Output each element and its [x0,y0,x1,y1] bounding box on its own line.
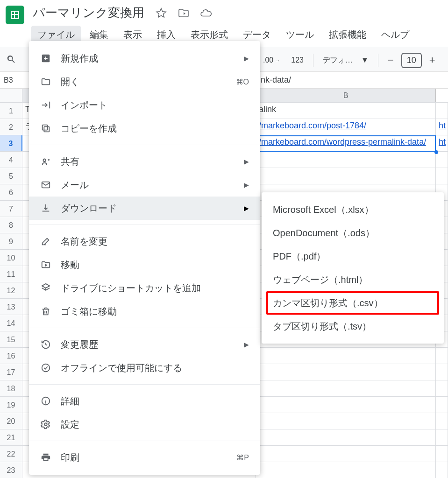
svg-rect-2 [43,125,48,130]
menu-item-label: ダウンロード [61,202,235,215]
row-header[interactable]: 17 [0,364,22,380]
row-header[interactable]: 14 [0,315,22,331]
row-header[interactable]: 13 [0,299,22,315]
row-header[interactable]: 12 [0,282,22,298]
cell-reference[interactable]: B3 [0,76,25,84]
cell[interactable] [436,364,448,380]
cell[interactable] [436,168,448,184]
row-header[interactable]: 3 [0,135,22,151]
svg-point-5 [42,364,50,372]
selection-handle[interactable] [434,150,438,154]
cell[interactable] [436,413,448,429]
fontsize-input[interactable]: 10 [401,53,422,68]
cell[interactable]: /markeboard.com/post-1784/ [256,119,436,135]
decimal-more-button[interactable]: .00→ [259,54,284,66]
cell[interactable] [256,462,436,478]
cell[interactable] [256,446,436,462]
menu-item-folder[interactable]: 開く⌘O [29,70,260,93]
submenu-item[interactable]: PDF（.pdf） [262,245,444,268]
menu-item-history[interactable]: 変更履歴▶ [29,333,260,356]
cell[interactable] [256,152,436,168]
menu-item-copy[interactable]: コピーを作成 [29,117,260,140]
cell[interactable] [436,429,448,445]
menu-tools[interactable]: ツール [279,26,320,44]
row-header[interactable]: 8 [0,217,22,233]
row-header[interactable]: 23 [0,462,22,478]
cell[interactable] [436,397,448,413]
cell[interactable]: /markeboard.com/wordpress-permalink-data… [256,135,436,151]
cell[interactable] [436,446,448,462]
cell[interactable] [256,397,436,413]
fontsize-plus[interactable]: + [426,52,439,68]
cell[interactable]: ht [436,119,448,135]
row-header[interactable]: 10 [0,250,22,266]
row-header[interactable]: 21 [0,429,22,445]
menu-help[interactable]: ヘルプ [375,26,416,44]
cell[interactable] [436,152,448,168]
menu-item-label: コピーを作成 [61,122,249,135]
menu-item-label: 印刷 [61,451,227,464]
cell[interactable] [256,413,436,429]
submenu-item-csv[interactable]: カンマ区切り形式（.csv） [266,291,439,315]
star-icon[interactable] [154,6,169,21]
cell[interactable]: ht [436,135,448,151]
menu-item-trash[interactable]: ゴミ箱に移動 [29,300,260,323]
cell[interactable] [256,429,436,445]
menu-item-print[interactable]: 印刷⌘P [29,446,260,469]
cell[interactable] [436,348,448,364]
row-header[interactable]: 2 [0,119,22,135]
cell[interactable]: alink [256,103,436,119]
document-title[interactable]: パーマリンク変換用 [31,4,146,22]
row-header[interactable]: 19 [0,397,22,413]
menu-item-mail[interactable]: メール▶ [29,173,260,197]
fontsize-minus[interactable]: − [384,52,398,68]
row-header[interactable]: 1 [0,103,22,119]
menu-item-offline[interactable]: オフラインで使用可能にする [29,356,260,380]
font-selector[interactable]: デフォ…▼ [319,54,372,67]
menu-item-move[interactable]: 移動 [29,253,260,276]
row-header[interactable]: 9 [0,233,22,249]
chevron-right-icon: ▶ [244,158,249,165]
row-header[interactable]: 22 [0,446,22,462]
row-header[interactable]: 5 [0,168,22,184]
menu-item-download[interactable]: ダウンロード▶ [29,197,260,220]
row-header[interactable]: 4 [0,152,22,168]
row-header[interactable]: 20 [0,413,22,429]
cell[interactable] [436,103,448,119]
row-header[interactable]: 18 [0,380,22,396]
menu-extensions[interactable]: 拡張機能 [322,26,373,44]
menu-item-info[interactable]: 詳細 [29,389,260,413]
cell[interactable] [256,364,436,380]
submenu-item[interactable]: OpenDocument（.ods） [262,221,444,245]
submenu-item[interactable]: Microsoft Excel（.xlsx） [262,198,444,221]
submenu-item[interactable]: タブ区切り形式（.tsv） [262,315,444,338]
select-all-corner[interactable] [0,89,22,102]
menu-item-rename[interactable]: 名前を変更 [29,230,260,253]
menu-item-import[interactable]: インポート [29,93,260,117]
format-123-button[interactable]: 123 [287,54,307,66]
cell[interactable] [256,380,436,396]
cell[interactable] [256,168,436,184]
row-header[interactable]: 11 [0,266,22,282]
cloud-icon[interactable] [199,6,213,21]
menu-item-plus-box[interactable]: 新規作成▶ [29,47,260,70]
menu-item-settings[interactable]: 設定 [29,413,260,436]
search-icon[interactable] [5,53,18,66]
trash-icon [40,306,51,317]
chevron-right-icon: ▶ [244,181,249,189]
column-header-b[interactable]: B [256,89,436,102]
submenu-item[interactable]: ウェブページ（.html） [262,268,444,291]
sheets-logo[interactable] [6,6,24,24]
row-header[interactable]: 16 [0,348,22,364]
cell[interactable] [256,348,436,364]
cell[interactable] [436,462,448,478]
row-header[interactable]: 6 [0,184,22,200]
move-to-folder-icon[interactable] [176,6,191,21]
history-icon [40,339,51,350]
menu-item-shortcut[interactable]: ドライブにショートカットを追加 [29,276,260,300]
cell[interactable] [436,380,448,396]
row-header[interactable]: 7 [0,201,22,217]
row-header[interactable]: 15 [0,331,22,347]
separator [378,54,378,67]
menu-item-share[interactable]: 共有▶ [29,150,260,173]
